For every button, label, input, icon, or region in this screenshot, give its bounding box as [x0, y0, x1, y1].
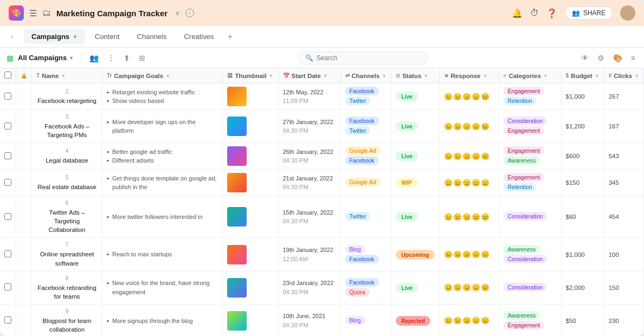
row-checkbox[interactable]: [0, 304, 16, 336]
table-row: 7 Online spreadsheet software Reach to m…: [0, 238, 644, 271]
row-checkbox[interactable]: [0, 143, 16, 170]
row-lock: [16, 110, 32, 143]
all-campaigns-button[interactable]: All Campaigns ▼: [18, 54, 74, 62]
notification-icon[interactable]: 🔔: [512, 8, 523, 18]
emoji-face: 😑: [472, 283, 480, 292]
response-emojis: 😑😑😑😑😐: [444, 213, 494, 221]
search-bar[interactable]: 🔍: [298, 51, 428, 64]
status-badge: WIP: [396, 178, 417, 188]
header-left: 🎨 ☰ 🗂 Marketing Campaign Tracker ∨ i: [9, 5, 194, 21]
row-budget: $2,000: [561, 271, 604, 304]
emoji-face: 😑: [453, 179, 462, 187]
toolbar-right: 👁 ⚙ 🎨 ≡: [579, 53, 637, 63]
eye-icon[interactable]: 👁: [579, 53, 591, 63]
response-emojis: 😑😑😑😑😑: [444, 179, 494, 187]
row-categories: EngagementRetention: [499, 170, 561, 196]
app-title: Marketing Campaign Tracker: [56, 9, 168, 18]
row-lock: [16, 304, 32, 336]
emoji-face: 😑: [453, 93, 462, 101]
emoji-face: 😑: [444, 250, 453, 259]
row-clicks: 345: [604, 170, 643, 196]
tab-channels[interactable]: Channels: [130, 29, 175, 44]
select-all-checkbox[interactable]: [4, 72, 11, 79]
thumbnail-image: [227, 146, 247, 166]
row-checkbox[interactable]: [0, 110, 16, 143]
view-icon[interactable]: ⊞: [137, 53, 147, 63]
status-badge: Upcoming: [396, 250, 434, 260]
row-goals: More developer sign ups on the platform: [102, 110, 223, 143]
row-clicks: 230: [604, 304, 643, 336]
export-icon[interactable]: ⬆: [121, 53, 132, 63]
emoji-face: 😑: [472, 316, 480, 325]
response-emojis: 😑😑😑😑😑: [444, 250, 494, 259]
emoji-face: 😑: [453, 316, 462, 325]
row-checkbox[interactable]: [0, 196, 16, 238]
emoji-face: 😑: [462, 152, 471, 160]
more-options-icon[interactable]: ⋮: [105, 53, 117, 63]
th-name[interactable]: TName▼: [32, 68, 102, 83]
collapse-nav-button[interactable]: ‹: [7, 31, 17, 42]
row-categories: AwarenessEngagement: [499, 304, 561, 336]
share-label: SHARE: [583, 9, 606, 17]
row-checkbox[interactable]: [0, 271, 16, 304]
table-row: 6 Twitter Ads – Targeting Collaboration …: [0, 196, 644, 238]
hamburger-icon[interactable]: ☰: [29, 8, 37, 18]
emoji-face: 😑: [444, 213, 453, 221]
category-badge: Consideration: [504, 212, 548, 221]
search-input[interactable]: [317, 54, 421, 62]
category-badge: Engagement: [504, 321, 545, 329]
grid-icon: ▦: [7, 54, 14, 62]
th-goals[interactable]: TrCampaign Goals▼: [102, 68, 223, 83]
row-categories: EngagementRetention: [499, 83, 561, 110]
basket-icon: 🗂: [42, 8, 51, 18]
row-budget: $600: [561, 143, 604, 170]
th-clicks[interactable]: #Clicks▼: [604, 68, 643, 83]
emoji-face: 😑: [444, 122, 453, 131]
thumbnail-image: [227, 207, 247, 227]
row-checkbox[interactable]: [0, 170, 16, 196]
th-response[interactable]: ★Response▼: [439, 68, 499, 83]
group-by-icon[interactable]: 👥: [87, 53, 101, 63]
th-checkbox[interactable]: [0, 68, 16, 83]
history-icon[interactable]: ⏱: [530, 8, 539, 18]
row-num: 2 Facebook retargeting: [32, 83, 102, 110]
row-response: 😑😑😑😑😑: [439, 238, 499, 271]
emoji-face: 😑: [444, 93, 453, 101]
th-budget[interactable]: $Budget▼: [561, 68, 604, 83]
color-icon[interactable]: 🎨: [611, 53, 624, 63]
search-icon: 🔍: [305, 54, 313, 62]
help-icon[interactable]: ❓: [546, 8, 557, 18]
thumbnail-image: [227, 87, 247, 106]
info-icon[interactable]: i: [185, 9, 194, 17]
channel-badge: Blog: [345, 316, 365, 325]
row-checkbox[interactable]: [0, 83, 16, 110]
tab-content[interactable]: Content: [87, 29, 127, 44]
row-status: Live: [391, 83, 439, 110]
emoji-face: 😑: [453, 152, 462, 160]
th-status[interactable]: ⊙Status▼: [391, 68, 439, 83]
tab-creatives[interactable]: Creatives: [176, 29, 221, 44]
row-goals: New voice for the brand, have strong eng…: [102, 271, 223, 304]
th-start-date[interactable]: 📅Start Date▼: [278, 68, 340, 83]
sort-icon[interactable]: ≡: [629, 53, 637, 63]
th-thumbnail[interactable]: 🖼Thumbnail▼: [223, 68, 278, 83]
tab-campaigns[interactable]: Campaigns ▼: [24, 29, 85, 44]
emoji-face: 😑: [444, 283, 453, 292]
th-channels[interactable]: ⇄Channels▼: [340, 68, 391, 83]
row-budget: $1,000: [561, 238, 604, 271]
emoji-face: 😑: [453, 283, 462, 292]
row-categories: Consideration: [499, 271, 561, 304]
filter-icon[interactable]: ⚙: [595, 53, 607, 63]
status-badge: Live: [396, 212, 418, 222]
emoji-face: 😑: [453, 250, 462, 259]
row-budget: $1,000: [561, 83, 604, 110]
row-checkbox[interactable]: [0, 238, 16, 271]
th-categories[interactable]: ≡Categories▼: [499, 68, 561, 83]
add-tab-button[interactable]: +: [223, 30, 236, 43]
row-response: 😑😑😑😑😐: [439, 83, 499, 110]
category-badge: Retention: [504, 183, 537, 191]
emoji-face: 😑: [472, 122, 480, 131]
emoji-face: 😑: [462, 213, 471, 221]
row-response: 😑😑😑😑😐: [439, 143, 499, 170]
share-button[interactable]: 👥 SHARE: [565, 7, 613, 20]
